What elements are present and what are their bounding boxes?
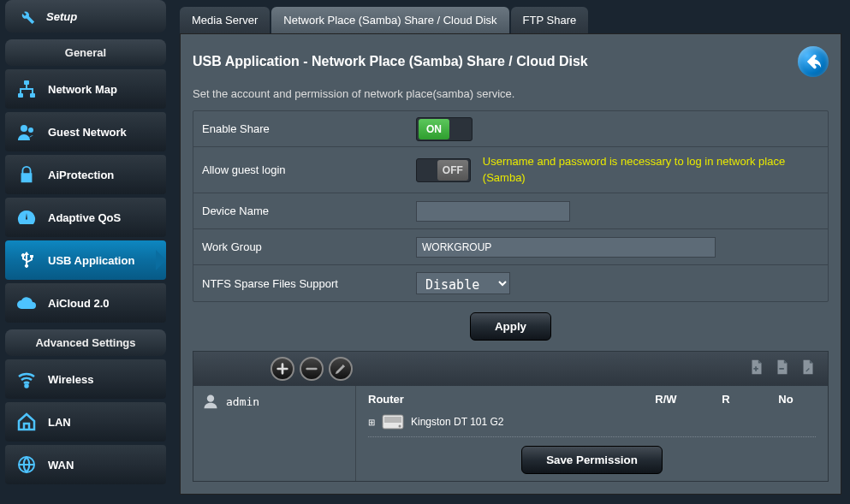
toggle-state: OFF — [437, 160, 468, 181]
user-item[interactable]: admin — [202, 393, 347, 410]
panel-description: Set the account and permission of networ… — [193, 87, 829, 100]
allow-guest-label: Allow guest login — [202, 163, 416, 176]
usb-icon — [15, 249, 38, 271]
guest-network-icon — [15, 121, 38, 143]
wrench-icon — [15, 5, 38, 27]
network-map-icon — [15, 78, 38, 100]
device-name: Kingston DT 101 G2 — [411, 416, 504, 428]
add-user-button[interactable] — [270, 357, 294, 381]
sidebar-item-label: Network Map — [48, 83, 117, 96]
general-header: General — [5, 39, 166, 66]
svg-rect-2 — [30, 93, 35, 98]
user-name: admin — [226, 395, 259, 408]
tab-samba-share[interactable]: Network Place (Samba) Share / Cloud Disk — [271, 7, 508, 33]
divider — [368, 436, 816, 437]
permission-header: Router R/W R No — [368, 393, 816, 411]
device-row[interactable]: ⊞ Kingston DT 101 G2 — [368, 411, 816, 433]
sidebar-item-lan[interactable]: LAN — [5, 402, 166, 442]
remove-user-button[interactable] — [300, 357, 324, 381]
sidebar-item-label: AiCloud 2.0 — [48, 297, 110, 310]
ntfs-sparse-select[interactable]: Disable — [416, 272, 510, 294]
sidebar-item-label: AiProtection — [48, 169, 114, 181]
workgroup-input[interactable] — [416, 237, 716, 258]
add-folder-button[interactable] — [747, 359, 768, 379]
col-r: R — [696, 393, 756, 406]
back-button[interactable] — [798, 46, 829, 77]
sidebar-item-label: Guest Network — [48, 126, 127, 139]
minus-icon — [305, 362, 318, 376]
wifi-icon — [15, 368, 38, 390]
svg-point-5 — [26, 385, 28, 388]
permission-panel: admin Router R/W R No ⊞ Kin — [193, 351, 829, 482]
svg-rect-1 — [18, 93, 23, 98]
panel-title: USB Application - Network Place (Samba) … — [193, 54, 588, 69]
device-name-input[interactable] — [416, 201, 570, 222]
sidebar-item-guest-network[interactable]: Guest Network — [5, 112, 166, 151]
remove-folder-button[interactable] — [773, 359, 794, 379]
lock-icon — [15, 163, 38, 186]
edit-folder-button[interactable] — [799, 359, 819, 379]
back-arrow-icon — [804, 52, 823, 71]
enable-share-label: Enable Share — [202, 122, 416, 135]
allow-guest-toggle[interactable]: OFF — [416, 158, 471, 182]
sidebar-item-aicloud[interactable]: AiCloud 2.0 — [5, 283, 166, 323]
ntfs-sparse-label: NTFS Sparse Files Support — [202, 277, 416, 290]
allow-guest-hint: Username and password is necessary to lo… — [483, 154, 819, 185]
toggle-state: ON — [419, 119, 449, 139]
sidebar-item-usb-application[interactable]: USB Application — [5, 240, 166, 280]
speedometer-icon — [15, 206, 38, 228]
device-name-label: Device Name — [202, 205, 416, 217]
col-no: No — [756, 393, 816, 406]
drive-icon — [382, 414, 404, 430]
sidebar-item-network-map[interactable]: Network Map — [5, 69, 166, 109]
tab-media-server[interactable]: Media Server — [180, 7, 270, 33]
svg-rect-0 — [24, 80, 29, 85]
sidebar-item-label: USB Application — [48, 254, 134, 267]
setup-label: Setup — [46, 10, 77, 23]
svg-point-3 — [21, 125, 27, 132]
apply-button[interactable]: Apply — [470, 312, 551, 341]
plus-icon — [276, 362, 289, 376]
permission-toolbar — [193, 352, 828, 386]
edit-user-button[interactable] — [329, 357, 353, 381]
sidebar-item-label: LAN — [48, 416, 71, 429]
svg-point-7 — [207, 395, 214, 402]
col-device: Router — [368, 393, 636, 406]
sidebar-item-aiprotection[interactable]: AiProtection — [5, 155, 166, 194]
setup-button[interactable]: Setup — [5, 0, 166, 33]
sidebar-item-adaptive-qos[interactable]: Adaptive QoS — [5, 198, 166, 237]
svg-point-10 — [399, 425, 401, 428]
globe-icon — [15, 454, 38, 476]
sidebar-item-label: Adaptive QoS — [48, 211, 121, 224]
user-list: admin — [193, 386, 356, 481]
col-rw: R/W — [636, 393, 696, 406]
advanced-header: Advanced Settings — [5, 329, 166, 356]
user-icon — [202, 393, 219, 410]
enable-share-toggle[interactable]: ON — [416, 117, 473, 141]
tab-bar: Media Server Network Place (Samba) Share… — [180, 7, 841, 33]
sidebar-item-wan[interactable]: WAN — [5, 445, 166, 484]
settings-form: Enable Share ON Allow guest login OFF Us… — [193, 110, 829, 302]
pencil-icon — [335, 363, 347, 375]
sidebar-item-wireless[interactable]: Wireless — [5, 359, 166, 399]
workgroup-label: Work Group — [202, 240, 416, 253]
settings-panel: USB Application - Network Place (Samba) … — [180, 33, 841, 495]
sidebar-item-label: Wireless — [48, 373, 93, 386]
main-content: Media Server Network Place (Samba) Share… — [171, 0, 850, 504]
save-permission-button[interactable]: Save Permission — [521, 446, 663, 474]
svg-point-4 — [28, 127, 33, 133]
sidebar-item-label: WAN — [48, 459, 74, 471]
sidebar: Setup General Network Map Guest Network … — [0, 0, 171, 504]
expand-icon[interactable]: ⊞ — [368, 418, 375, 427]
home-icon — [15, 411, 38, 433]
cloud-icon — [15, 292, 38, 314]
svg-rect-9 — [384, 417, 401, 423]
tab-ftp-share[interactable]: FTP Share — [511, 7, 589, 33]
